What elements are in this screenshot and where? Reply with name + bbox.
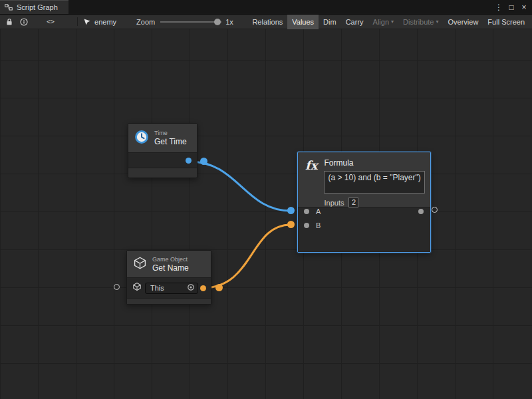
formula-header[interactable]: fx Formula (a > 10) and (b = "Player") I… xyxy=(298,152,430,207)
values-button[interactable]: Values xyxy=(287,15,319,29)
clock-icon xyxy=(134,130,149,147)
connection-get-name-to-formula-b[interactable] xyxy=(203,225,291,288)
zoom-slider[interactable] xyxy=(160,18,221,26)
get-time-output-port[interactable] xyxy=(186,158,192,164)
get-time-footer xyxy=(128,168,197,177)
zoom-label: Zoom xyxy=(136,18,155,26)
zoom-slider-knob[interactable] xyxy=(214,19,221,25)
get-name-input-socket[interactable] xyxy=(114,284,120,290)
wires-layer xyxy=(0,29,532,399)
cube-icon-small xyxy=(132,282,142,294)
chevron-down-icon: ▾ xyxy=(391,19,394,25)
graph-asset-icon xyxy=(83,15,91,29)
distribute-button[interactable]: Distribute▾ xyxy=(398,15,443,29)
graph-canvas[interactable]: Time Get Time fx Formula (a > 10) and (b… xyxy=(0,29,532,399)
wire-end-get-time[interactable] xyxy=(200,158,207,165)
port-label-a: A xyxy=(316,207,321,215)
formula-output-socket[interactable] xyxy=(432,207,438,213)
connection-get-time-to-formula-a[interactable] xyxy=(190,162,291,211)
tab-script-graph[interactable]: Script Graph xyxy=(0,0,68,14)
graph-name-label: enemy xyxy=(94,18,116,26)
zoom-value: 1x xyxy=(225,18,233,26)
node-category: Time xyxy=(154,130,187,137)
tab-title: Script Graph xyxy=(17,3,58,11)
carry-button[interactable]: Carry xyxy=(341,15,368,29)
script-graph-icon xyxy=(5,3,13,11)
window-close-button[interactable]: × xyxy=(519,1,529,13)
titlebar: Script Graph ⋮ □ × xyxy=(0,0,532,15)
node-get-name[interactable]: Game Object Get Name This xyxy=(126,250,211,305)
toolbar-separator xyxy=(77,17,78,26)
get-time-ports-row xyxy=(128,152,197,168)
script-graph-window: Script Graph ⋮ □ × <> xyxy=(0,0,532,399)
node-formula[interactable]: fx Formula (a > 10) and (b = "Player") I… xyxy=(297,152,431,253)
lock-icon[interactable] xyxy=(5,15,13,29)
port-label-b: B xyxy=(316,221,321,229)
formula-input-b-port[interactable] xyxy=(304,223,309,228)
formula-expression-input[interactable]: (a > 10) and (b = "Player") xyxy=(324,171,425,194)
toolbar-buttons: Relations Values Dim Carry Align▾ Distri… xyxy=(247,15,529,29)
full-screen-button[interactable]: Full Screen xyxy=(483,15,529,29)
formula-output-port[interactable] xyxy=(418,209,424,214)
target-value: This xyxy=(150,284,164,292)
dim-button[interactable]: Dim xyxy=(319,15,341,29)
get-name-ports-row: This xyxy=(127,277,211,299)
inputs-label: Inputs xyxy=(324,199,344,207)
wire-end-formula-a[interactable] xyxy=(287,207,295,214)
formula-input-a-port[interactable] xyxy=(304,209,309,214)
node-title: Formula xyxy=(324,159,425,168)
window-controls: ⋮ □ × xyxy=(493,0,532,14)
align-button[interactable]: Align▾ xyxy=(368,15,398,29)
node-category: Game Object xyxy=(152,256,189,263)
get-name-footer xyxy=(127,299,211,304)
get-name-header[interactable]: Game Object Get Name xyxy=(127,251,211,277)
object-picker-icon[interactable] xyxy=(187,283,195,293)
node-get-time[interactable]: Time Get Time xyxy=(128,123,198,178)
node-title: Get Time xyxy=(154,137,187,146)
window-maximize-button[interactable]: □ xyxy=(506,1,517,13)
wire-end-formula-b[interactable] xyxy=(287,221,295,228)
get-name-output-port[interactable] xyxy=(200,285,206,291)
cube-icon xyxy=(133,256,147,273)
formula-fx-icon: fx xyxy=(305,159,317,207)
wire-end-get-name[interactable] xyxy=(215,284,223,291)
get-time-header[interactable]: Time Get Time xyxy=(128,124,197,152)
target-object-field[interactable]: This xyxy=(145,283,198,294)
chevron-down-icon: ▾ xyxy=(436,19,439,25)
zoom-slider-track[interactable] xyxy=(160,21,221,23)
relations-button[interactable]: Relations xyxy=(247,15,287,29)
graph-toolbar: <> enemy Zoom 1x Relations Values Dim Ca… xyxy=(0,15,532,29)
node-title: Get Name xyxy=(152,263,189,273)
overview-button[interactable]: Overview xyxy=(444,15,483,29)
inputs-count-field[interactable]: 2 xyxy=(348,198,358,207)
code-icon[interactable]: <> xyxy=(47,15,55,29)
window-menu-button[interactable]: ⋮ xyxy=(493,1,504,13)
info-icon[interactable] xyxy=(20,15,28,29)
